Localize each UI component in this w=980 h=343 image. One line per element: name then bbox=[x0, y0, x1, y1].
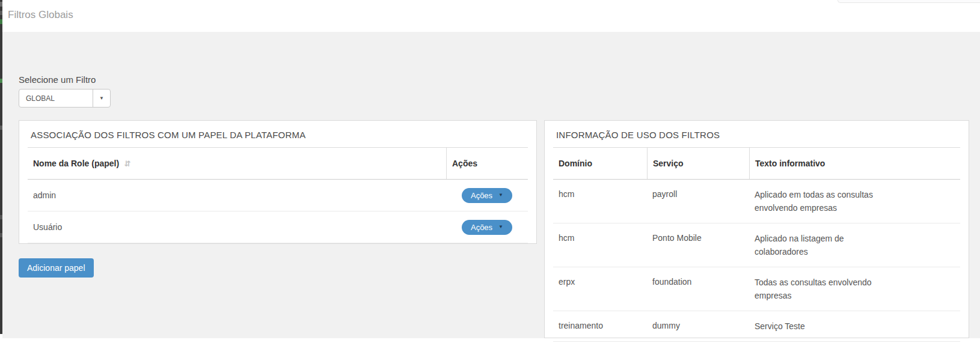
role-actions-cell: Ações ▼ bbox=[446, 211, 528, 243]
topbar-dropdown-remnant bbox=[838, 0, 980, 3]
service-cell: foundation bbox=[647, 267, 749, 311]
chevron-down-icon[interactable]: ▼ bbox=[93, 90, 110, 107]
column-header-domain: Domínio bbox=[553, 148, 647, 179]
service-cell: Ponto Mobile bbox=[647, 223, 749, 267]
domain-cell: hcm bbox=[553, 180, 647, 223]
usage-panel-title: INFORMAÇÃO DE USO DOS FILTROS bbox=[545, 121, 969, 147]
page-title: Filtros Globais bbox=[8, 9, 73, 21]
info-text: Aplicado na listagem de colaboradores bbox=[755, 232, 890, 258]
info-text: Aplicado em todas as consultas envolvend… bbox=[755, 188, 890, 214]
roles-panel-title: ASSOCIAÇÃO DOS FILTROS COM UM PAPEL DA P… bbox=[19, 121, 536, 147]
actions-dropdown-button[interactable]: Ações ▼ bbox=[462, 188, 512, 203]
table-row: Usuário Ações ▼ bbox=[28, 211, 528, 243]
collapsed-sidebar-sliver bbox=[0, 0, 2, 334]
role-actions-cell: Ações ▼ bbox=[446, 180, 528, 211]
add-role-button[interactable]: Adicionar papel bbox=[19, 258, 94, 278]
info-cell: Aplicado em todas as consultas envolvend… bbox=[749, 180, 960, 223]
usage-table-header: Domínio Serviço Texto informativo bbox=[553, 148, 960, 180]
service-cell: dummy bbox=[647, 311, 749, 341]
info-cell: Serviço Teste bbox=[749, 311, 960, 341]
actions-button-label: Ações bbox=[471, 191, 492, 200]
domain-cell: hcm bbox=[553, 223, 647, 267]
info-text: Serviço Teste bbox=[755, 320, 890, 333]
chevron-down-icon: ▼ bbox=[498, 193, 503, 198]
actions-dropdown-button[interactable]: Ações ▼ bbox=[462, 220, 512, 235]
actions-button-label: Ações bbox=[471, 223, 492, 232]
service-cell: payroll bbox=[647, 180, 749, 223]
role-name-cell: admin bbox=[28, 180, 446, 211]
roles-association-panel: ASSOCIAÇÃO DOS FILTROS COM UM PAPEL DA P… bbox=[19, 120, 537, 244]
table-row: erpx foundation Todas as consultas envol… bbox=[553, 267, 960, 311]
column-header-actions: Ações bbox=[446, 148, 528, 179]
column-header-role-name[interactable]: Nome da Role (papel)⇵ bbox=[28, 148, 446, 179]
column-header-service: Serviço bbox=[647, 148, 749, 179]
table-row: hcm Ponto Mobile Aplicado na listagem de… bbox=[553, 223, 960, 267]
table-row: treinamento dummy Serviço Teste bbox=[553, 311, 960, 342]
column-header-role-name-label: Nome da Role (papel) bbox=[33, 159, 119, 168]
filters-usage-panel: INFORMAÇÃO DE USO DOS FILTROS Domínio Se… bbox=[544, 120, 969, 338]
column-header-info: Texto informativo bbox=[749, 148, 960, 179]
page-header: Filtros Globais bbox=[2, 0, 980, 32]
content-area: Selecione um Filtro GLOBAL ▼ ASSOCIAÇÃO … bbox=[2, 32, 980, 338]
chevron-down-icon: ▼ bbox=[498, 225, 503, 229]
domain-cell: erpx bbox=[553, 267, 647, 311]
table-row: hcm payroll Aplicado em todas as consult… bbox=[553, 180, 960, 223]
table-row: admin Ações ▼ bbox=[28, 180, 528, 211]
info-cell: Todas as consultas envolvendo empresas bbox=[749, 267, 960, 311]
roles-table: Nome da Role (papel)⇵ Ações admin Ações … bbox=[28, 148, 528, 243]
info-cell: Aplicado na listagem de colaboradores bbox=[749, 223, 960, 267]
domain-cell: treinamento bbox=[553, 311, 647, 341]
role-name-cell: Usuário bbox=[28, 211, 446, 243]
filter-combobox-value[interactable]: GLOBAL bbox=[19, 90, 93, 107]
sort-icon[interactable]: ⇵ bbox=[124, 159, 130, 168]
filter-combobox[interactable]: GLOBAL ▼ bbox=[19, 89, 111, 108]
usage-table: Domínio Serviço Texto informativo hcm pa… bbox=[553, 148, 960, 342]
filter-select-label: Selecione um Filtro bbox=[19, 74, 96, 85]
info-text: Todas as consultas envolvendo empresas bbox=[755, 276, 890, 302]
roles-table-header: Nome da Role (papel)⇵ Ações bbox=[28, 148, 528, 180]
